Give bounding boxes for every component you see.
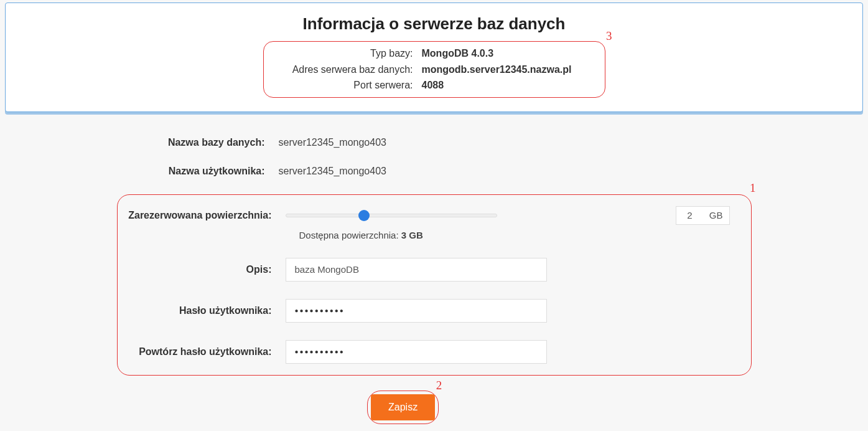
db-addr-value: mongodb.server12345.nazwa.pl (422, 62, 572, 78)
row-password-repeat: Powtórz hasło użytkownika: ●●●●●●●●●● (124, 340, 745, 364)
description-label: Opis: (124, 264, 286, 275)
server-info-panel: Informacja o serwerze baz danych 3 Typ b… (5, 2, 863, 112)
info-row-type: Typ bazy: MongoDB 4.0.3 (273, 45, 596, 62)
username-label: Nazwa użytkownika: (117, 166, 279, 177)
reserved-size-input[interactable] (676, 206, 703, 225)
password-repeat-input[interactable]: ●●●●●●●●●● (286, 340, 547, 364)
available-value: 3 GB (401, 230, 423, 240)
reserved-slider-thumb[interactable] (358, 210, 370, 221)
password-label: Hasło użytkownika: (124, 305, 286, 316)
dbname-value: server12345_mongo403 (279, 137, 386, 148)
row-username: Nazwa użytkownika: server12345_mongo403 (117, 166, 752, 177)
row-password: Hasło użytkownika: ●●●●●●●●●● (124, 299, 745, 323)
available-label: Dostępna powierzchnia: (299, 230, 401, 240)
dbname-label: Nazwa bazy danych: (117, 137, 279, 148)
save-highlight: 2 Zapisz (367, 391, 439, 424)
save-wrap: 2 Zapisz (367, 391, 439, 424)
db-addr-label: Adres serwera baz danych: (273, 62, 422, 78)
reserved-slider-wrap: GB (286, 206, 745, 225)
reserved-size-unit: GB (703, 206, 730, 225)
info-row-addr: Adres serwera baz danych: mongodb.server… (273, 62, 596, 78)
db-type-label: Typ bazy: (273, 45, 422, 62)
row-description: Opis: (124, 258, 745, 282)
server-info-title: Informacja o serwerze baz danych (18, 14, 850, 34)
config-highlight-group: 1 Zarezerwowana powierzchnia: GB Dostępn… (117, 194, 752, 376)
save-button[interactable]: Zapisz (371, 394, 435, 420)
db-config-form: Nazwa bazy danych: server12345_mongo403 … (117, 137, 752, 376)
reserved-label: Zarezerwowana powierzchnia: (124, 210, 286, 221)
row-dbname: Nazwa bazy danych: server12345_mongo403 (117, 137, 752, 148)
db-port-value: 4088 (422, 77, 444, 93)
info-row-port: Port serwera: 4088 (273, 77, 596, 93)
password-repeat-label: Powtórz hasło użytkownika: (124, 346, 286, 358)
server-info-highlight: 3 Typ bazy: MongoDB 4.0.3 Adres serwera … (263, 41, 605, 98)
db-port-label: Port serwera: (273, 77, 422, 93)
db-type-value: MongoDB 4.0.3 (422, 45, 494, 62)
row-reserved-space: Zarezerwowana powierzchnia: GB (124, 206, 745, 225)
description-input[interactable] (286, 258, 547, 282)
annotation-3: 3 (606, 29, 612, 43)
annotation-2: 2 (436, 379, 442, 392)
row-available-space: Dostępna powierzchnia: 3 GB (299, 230, 745, 240)
annotation-1: 1 (750, 181, 756, 195)
reserved-slider[interactable] (286, 214, 497, 217)
password-input[interactable]: ●●●●●●●●●● (286, 299, 547, 323)
username-value: server12345_mongo403 (279, 166, 386, 177)
